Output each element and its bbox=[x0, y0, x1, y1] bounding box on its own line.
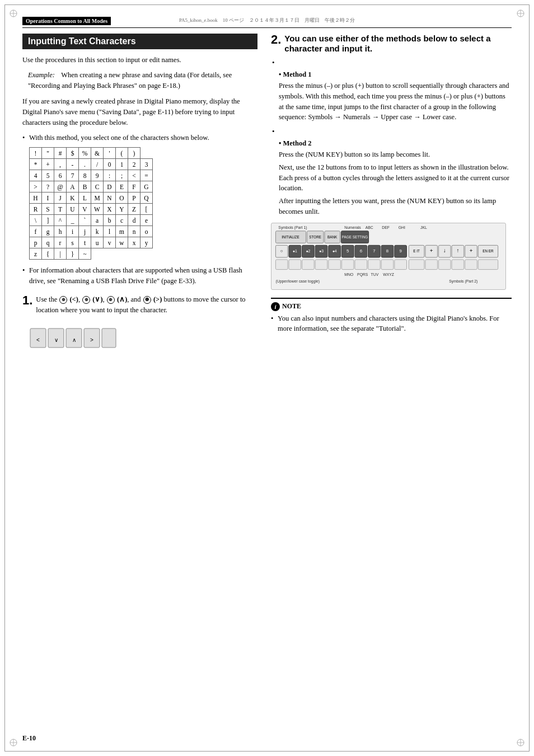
step1-text: 1. Use the ⊕ (<), ⊕ (∨), ⊕ (∧), and ❶ (>… bbox=[22, 294, 257, 316]
corner-mark-br bbox=[516, 738, 525, 747]
character-table: !"#$%&'() *+,-./0123 456789:;<= >?@ABCDE… bbox=[29, 147, 153, 260]
page-number: E-10 bbox=[22, 734, 36, 743]
svg-text:TUV: TUV bbox=[371, 273, 379, 276]
svg-rect-61 bbox=[355, 259, 367, 269]
svg-text:○: ○ bbox=[280, 248, 283, 253]
svg-text:WXYZ: WXYZ bbox=[383, 273, 394, 276]
svg-text:>: > bbox=[90, 337, 93, 343]
step1-number: 1. bbox=[22, 294, 32, 307]
method1-container: • Method 1 Press the minus (–) or plus (… bbox=[271, 58, 512, 123]
svg-text:+: + bbox=[430, 247, 433, 253]
svg-text:MNO: MNO bbox=[344, 273, 354, 276]
svg-rect-80 bbox=[452, 259, 464, 269]
table-row: 456789:;<= bbox=[30, 170, 153, 181]
svg-text:<: < bbox=[36, 337, 40, 343]
svg-rect-64 bbox=[395, 259, 407, 269]
svg-text:∧: ∧ bbox=[72, 337, 76, 343]
svg-rect-60 bbox=[341, 259, 354, 269]
method2-text2: Next, use the 12 buttons from to to inpu… bbox=[279, 162, 512, 194]
step2-header-container: 2. You can use either of the methods bel… bbox=[271, 34, 512, 54]
svg-text:EN ER: EN ER bbox=[483, 249, 494, 253]
note-box: i NOTE You can also input numbers and ch… bbox=[271, 298, 512, 335]
example-text: When creating a new phrase and saving da… bbox=[28, 71, 232, 90]
method1-title: • Method 1 bbox=[279, 71, 512, 79]
svg-text:BANK: BANK bbox=[327, 234, 338, 238]
svg-rect-62 bbox=[368, 259, 381, 269]
note-text: You can also input numbers and character… bbox=[271, 313, 512, 335]
svg-point-9 bbox=[517, 739, 524, 746]
svg-text:5: 5 bbox=[346, 248, 349, 253]
svg-text:E IT: E IT bbox=[413, 249, 420, 253]
method2-title: • Method 2 bbox=[279, 139, 512, 148]
method2-container: • Method 2 Press the (NUM KEY) button so… bbox=[271, 127, 512, 217]
btn-up-circle: ⊕ bbox=[107, 296, 115, 304]
btn-right-circle: ❶ bbox=[143, 296, 151, 304]
example-block: Example: When creating a new phrase and … bbox=[22, 70, 257, 91]
keyboard-diagram: Symbols (Part 1) Numerals ABC DEF GHI JK… bbox=[271, 223, 512, 292]
example-label: Example: bbox=[28, 71, 55, 79]
svg-text:7: 7 bbox=[373, 248, 375, 253]
svg-text:Symbols (Part 2): Symbols (Part 2) bbox=[449, 279, 477, 284]
print-info: PA5_kihon_e.book 10 ページ ２０１４年３月１７日 月曜日 午… bbox=[179, 17, 355, 24]
svg-rect-63 bbox=[381, 259, 394, 269]
svg-rect-47 bbox=[302, 259, 315, 269]
table-row: pqrstuvwxy bbox=[30, 237, 153, 248]
svg-rect-79 bbox=[438, 259, 451, 269]
table-row: \]^_`abcde bbox=[30, 215, 153, 226]
svg-rect-77 bbox=[409, 259, 424, 269]
table-row: RSTUVWXYZ[ bbox=[30, 204, 153, 215]
svg-text:ABC: ABC bbox=[366, 225, 373, 229]
svg-rect-82 bbox=[478, 259, 498, 269]
corner-mark-bl bbox=[9, 738, 18, 747]
table-row: z{|}~ bbox=[30, 248, 153, 260]
svg-text:+: + bbox=[470, 247, 473, 253]
btn-left-circle: ⊕ bbox=[59, 296, 67, 304]
svg-rect-81 bbox=[465, 259, 477, 269]
svg-text:●2: ●2 bbox=[306, 249, 310, 253]
svg-text:(Upper/lower case toggle): (Upper/lower case toggle) bbox=[275, 279, 320, 284]
svg-text:DEF: DEF bbox=[382, 225, 390, 229]
svg-rect-49 bbox=[329, 259, 341, 269]
svg-text:JKL: JKL bbox=[420, 225, 427, 229]
note-header: i NOTE bbox=[271, 302, 512, 311]
step1-container: 1. Use the ⊕ (<), ⊕ (∨), ⊕ (∧), and ❶ (>… bbox=[22, 294, 257, 359]
step2-header-text: You can use either of the methods below … bbox=[284, 34, 490, 53]
left-column: Inputting Text Characters Use the proced… bbox=[22, 34, 257, 359]
svg-text:●1: ●1 bbox=[293, 249, 297, 253]
svg-rect-16 bbox=[102, 328, 116, 348]
note-icon: i bbox=[271, 302, 280, 311]
svg-text:PAGE SETTING: PAGE SETTING bbox=[342, 234, 368, 238]
svg-text:GHI: GHI bbox=[399, 225, 405, 229]
method1-text: Press the minus (–) or plus (+) button t… bbox=[279, 81, 512, 123]
table-row: !"#$%&'() bbox=[30, 148, 153, 159]
table-row: *+,-./0123 bbox=[30, 159, 153, 170]
header-section-box: Operations Common to All Modes bbox=[22, 17, 111, 25]
svg-text:↑: ↑ bbox=[456, 247, 459, 253]
svg-text:STORE: STORE bbox=[309, 234, 321, 238]
table-row: fghijklmno bbox=[30, 226, 153, 237]
svg-text:●3: ●3 bbox=[319, 249, 324, 253]
btn-down-circle: ⊕ bbox=[82, 296, 90, 304]
table-row: HIJKLMNOPQ bbox=[30, 192, 153, 204]
nav-illustration: < ∨ ∧ > bbox=[29, 324, 119, 354]
section-title: Inputting Text Characters bbox=[22, 34, 257, 49]
svg-text:8: 8 bbox=[386, 248, 389, 253]
body-text-1: If you are saving a newly created phrase… bbox=[22, 96, 257, 128]
method2-text3: After inputting the letters you want, pr… bbox=[279, 196, 512, 217]
svg-rect-78 bbox=[425, 259, 438, 269]
intro-text: Use the procedures in this section to in… bbox=[22, 55, 257, 65]
method2-text1: Press the (NUM KEY) button so its lamp b… bbox=[279, 149, 512, 160]
svg-rect-46 bbox=[289, 259, 301, 269]
svg-rect-45 bbox=[275, 259, 288, 269]
svg-text:9: 9 bbox=[399, 248, 401, 253]
svg-rect-48 bbox=[315, 259, 327, 269]
note-label: NOTE bbox=[282, 302, 301, 311]
svg-text:INITIALIZE: INITIALIZE bbox=[282, 234, 299, 238]
svg-text:6: 6 bbox=[360, 248, 363, 253]
step2-number: 2. bbox=[271, 34, 281, 46]
bullet-chars: With this method, you select one of the … bbox=[22, 133, 257, 143]
bullet-usb: For information about characters that ar… bbox=[22, 265, 257, 287]
svg-point-6 bbox=[10, 739, 17, 746]
svg-text:↓: ↓ bbox=[443, 247, 446, 253]
right-column: 2. You can use either of the methods bel… bbox=[271, 34, 512, 359]
